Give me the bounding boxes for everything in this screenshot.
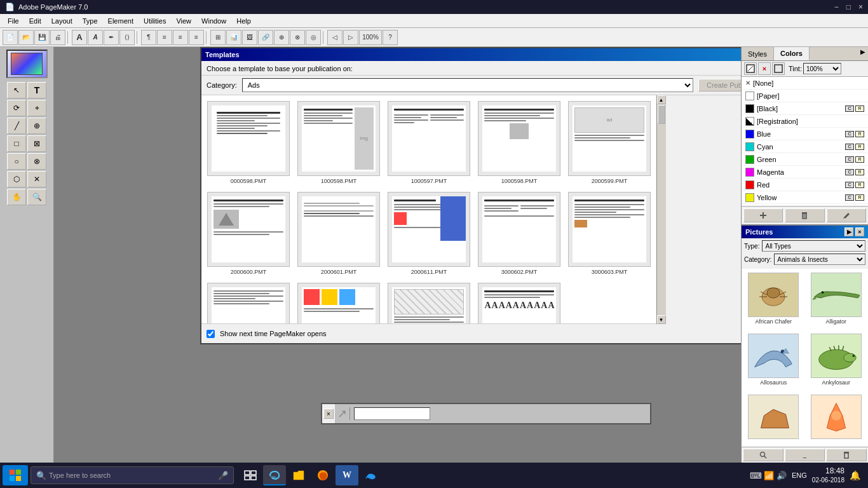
toolbar-zoom-in[interactable]: ▷ [343,30,358,45]
tool-polygon-x[interactable]: ✕ [27,171,46,187]
template-item[interactable]: AAAAAAAAAA 4000103.PMT [475,280,564,324]
toolbar-save[interactable]: 💾 [34,30,50,45]
tool-select[interactable]: ↖ [7,82,26,98]
start-button[interactable] [3,465,28,485]
tool-rect[interactable]: □ [7,135,26,152]
templates-scrollbar[interactable]: ▲ ▼ [656,95,665,324]
tool-text[interactable]: T [27,82,46,98]
tool-zoom[interactable]: 🔍 [27,189,46,205]
toolbar-align-left[interactable]: ≡ [157,30,172,45]
pic-item-6[interactable] [806,392,867,445]
color-paper[interactable]: [Paper] [742,90,868,102]
pic-item-african-chafer[interactable]: African Chafer [743,270,804,330]
toolbar-text[interactable]: A [72,30,87,45]
toolbar-italic[interactable]: A [88,30,103,45]
tab-colors[interactable]: Colors [774,47,810,60]
toolbar-chart[interactable]: 📊 [226,30,241,45]
menu-element[interactable]: Element [103,16,139,26]
toolbar-help[interactable]: ? [383,30,398,45]
template-item[interactable]: 4000101.PMT [294,280,383,324]
color-tool-stroke[interactable] [772,62,785,75]
color-black[interactable]: [Black] C R [742,102,868,115]
taskbar-app-dolphin[interactable] [360,465,383,485]
template-item[interactable]: ad 2000599.PMT [565,98,654,187]
pic-item-alligator[interactable]: Alligator [806,270,867,330]
pictures-search-button[interactable] [743,449,783,461]
create-publication-button[interactable]: Create Publication [698,79,741,92]
color-red[interactable]: Red C R [742,179,868,191]
scroll-up[interactable]: ▲ [657,95,666,104]
template-item[interactable]: 4000102.PMT [384,280,473,324]
tool-polygon[interactable]: ⬡ [7,171,26,187]
pictures-delete-button[interactable] [826,449,867,461]
color-tool-x[interactable]: × [758,62,771,75]
tool-ellipse[interactable]: ○ [7,153,26,170]
color-tool-fill[interactable] [744,62,757,75]
color-none[interactable]: ✕ [None] [742,77,868,90]
menu-view[interactable]: View [171,16,196,26]
menu-file[interactable]: File [3,16,24,26]
close-button[interactable]: × [858,3,863,11]
show-next-time-checkbox[interactable] [207,330,215,338]
color-magenta[interactable]: Magenta C R [742,166,868,179]
panel-arrow[interactable]: ▶ [858,47,868,60]
toolbar-link[interactable]: 🔗 [258,30,273,45]
toolbar-table[interactable]: ⊞ [210,30,226,45]
menu-window[interactable]: Window [196,16,231,26]
template-item[interactable]: 4000100.PMT [204,280,293,324]
tab-styles[interactable]: Styles [742,47,774,60]
notification-icon[interactable]: 🔔 [850,470,860,480]
template-item[interactable]: 2000601.PMT [294,189,383,278]
template-item[interactable]: img 1000598.PMT [294,98,383,187]
menu-help[interactable]: Help [231,16,256,26]
menu-edit[interactable]: Edit [24,16,46,26]
taskbar-app-edge[interactable] [263,465,286,485]
tool-rotate[interactable]: ⟳ [7,100,26,116]
taskbar-app-task-view[interactable] [239,465,262,485]
toolbar-btn10[interactable]: ⊗ [290,30,305,45]
scroll-thumb[interactable] [658,105,665,124]
pictures-close[interactable]: × [855,227,864,236]
title-bar-controls[interactable]: − □ × [834,3,863,11]
pictures-expand[interactable]: ▶ [844,227,853,236]
color-registration[interactable]: [Registration] [742,115,868,128]
toolbar-open[interactable]: 📂 [18,30,34,45]
template-item[interactable]: 3000603.PMT [565,189,654,278]
template-item[interactable]: 1000598.PMT [475,98,564,187]
template-item[interactable]: 3000602.PMT [475,189,564,278]
minimize-button[interactable]: − [834,3,839,11]
templates-grid-wrapper[interactable]: 0000598.PMT [201,95,656,324]
toolbar-zoom-out[interactable]: ◁ [327,30,342,45]
template-item[interactable]: 2000600.PMT [204,189,293,278]
tool-crop[interactable]: ⌖ [27,100,46,116]
tool-line[interactable]: ╱ [7,118,26,134]
color-yellow[interactable]: Yellow C R [742,191,868,204]
menu-type[interactable]: Type [78,16,103,26]
tool-ellipse-x[interactable]: ⊗ [27,153,46,170]
color-green[interactable]: Green C R [742,153,868,166]
toolbar-para[interactable]: ¶ [141,30,156,45]
show-next-time-label[interactable]: Show next time PageMaker opens [220,330,327,337]
category-select[interactable]: Ads Brochures Newsletters Flyers [242,78,693,92]
pic-item-allosaurus[interactable]: Allosaurus [743,331,804,391]
pic-category-select[interactable]: Animals & Insects [774,254,865,265]
pic-item-5[interactable] [743,392,804,445]
toolbar-print[interactable]: 🖨 [50,30,65,45]
maximize-button[interactable]: □ [846,3,851,11]
colors-edit-button[interactable] [827,208,866,222]
toolbar-btn3[interactable]: ✒ [104,30,119,45]
color-blue[interactable]: Blue C R [742,128,868,140]
small-input[interactable] [354,407,430,420]
taskbar-app-word[interactable]: W [336,465,358,485]
tool-rect-x[interactable]: ⊠ [27,135,46,152]
template-item[interactable]: 2000611.PMT [384,189,473,278]
toolbar-new[interactable]: 📄 [3,30,18,45]
search-bar[interactable]: 🔍 Type here to search 🎤 [31,466,234,484]
toolbar-align-right[interactable]: ≡ [189,30,204,45]
toolbar-btn4[interactable]: ⟨⟩ [119,30,135,45]
template-item[interactable]: 1000597.PMT [384,98,473,187]
toolbar-btn11[interactable]: ◎ [306,30,321,45]
menu-utilities[interactable]: Utilities [139,16,171,26]
menu-layout[interactable]: Layout [46,16,78,26]
taskbar-app-files[interactable] [287,465,310,485]
